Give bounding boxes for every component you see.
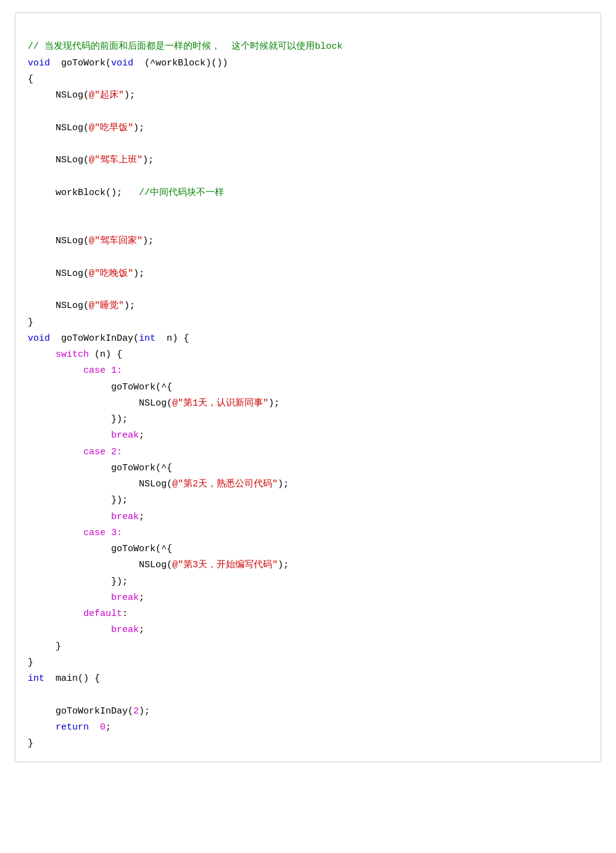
- code-container: // 当发现代码的前面和后面都是一样的时候， 这个时候就可以使用block vo…: [15, 12, 601, 762]
- func-name-1: goToWork: [61, 58, 106, 69]
- keyword-void-2: void: [28, 333, 50, 344]
- keyword-void-1: void: [28, 58, 50, 69]
- comment-line-1: // 当发现代码的前面和后面都是一样的时候， 这个时候就可以使用block: [28, 41, 343, 52]
